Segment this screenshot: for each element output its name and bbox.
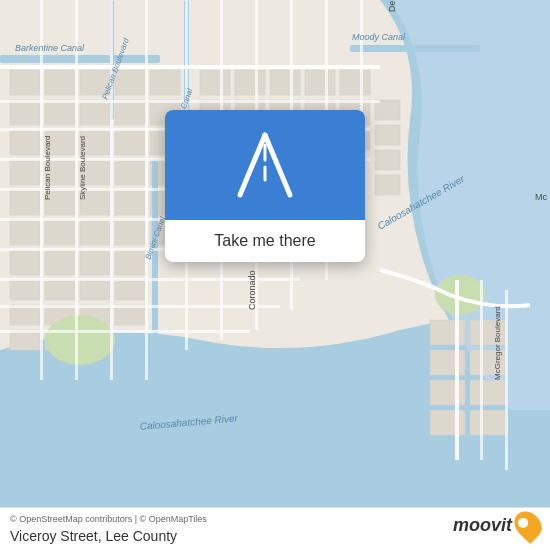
popup-button-area: Take me there <box>165 220 365 262</box>
svg-rect-71 <box>470 410 505 435</box>
svg-rect-43 <box>340 70 370 95</box>
svg-rect-87 <box>375 175 400 195</box>
svg-rect-74 <box>80 280 110 300</box>
svg-rect-106 <box>145 0 148 380</box>
svg-text:Del P: Del P <box>387 0 397 12</box>
svg-text:McGregor Boulevard: McGregor Boulevard <box>493 306 502 380</box>
svg-rect-25 <box>10 190 40 215</box>
svg-rect-39 <box>200 70 230 95</box>
svg-rect-75 <box>115 280 145 300</box>
svg-rect-68 <box>430 380 465 405</box>
svg-rect-115 <box>505 290 508 470</box>
svg-rect-85 <box>375 125 400 145</box>
svg-rect-37 <box>80 250 110 275</box>
svg-text:Moody Canal: Moody Canal <box>352 32 406 42</box>
svg-text:Pelican Boulevard: Pelican Boulevard <box>43 136 52 200</box>
svg-rect-31 <box>45 220 75 245</box>
svg-rect-8 <box>115 70 145 95</box>
svg-rect-64 <box>430 320 465 345</box>
svg-text:Mc: Mc <box>535 192 547 202</box>
svg-rect-114 <box>480 280 483 460</box>
svg-rect-20 <box>10 160 40 185</box>
svg-line-129 <box>240 135 265 195</box>
moovit-logo: moovit <box>453 510 540 540</box>
svg-rect-5 <box>10 70 40 95</box>
svg-rect-13 <box>115 100 145 125</box>
svg-rect-10 <box>10 100 40 125</box>
map-svg: Barkentine Canal Moody Canal Lotus Canal… <box>0 0 550 550</box>
svg-rect-9 <box>150 70 180 95</box>
svg-rect-23 <box>115 160 145 185</box>
svg-text:Barkentine Canal: Barkentine Canal <box>15 43 85 53</box>
svg-rect-12 <box>80 100 110 125</box>
svg-rect-30 <box>10 220 40 245</box>
svg-rect-15 <box>10 130 40 155</box>
road-icon <box>225 125 305 205</box>
svg-rect-72 <box>10 280 40 300</box>
svg-rect-105 <box>110 0 113 380</box>
moovit-text: moovit <box>453 515 512 536</box>
svg-rect-4 <box>350 45 480 52</box>
svg-rect-33 <box>115 220 145 245</box>
svg-rect-6 <box>45 70 75 95</box>
svg-rect-3 <box>0 55 160 63</box>
svg-rect-70 <box>430 410 465 435</box>
svg-rect-40 <box>235 70 265 95</box>
svg-rect-11 <box>45 100 75 125</box>
svg-text:Skyline Boulevard: Skyline Boulevard <box>78 136 87 200</box>
popup-card: Take me there <box>165 110 365 262</box>
svg-line-130 <box>265 135 290 195</box>
popup-header <box>165 110 365 220</box>
svg-rect-38 <box>115 250 145 275</box>
svg-rect-69 <box>470 380 505 405</box>
moovit-pin-icon <box>509 506 547 544</box>
svg-rect-18 <box>115 130 145 155</box>
take-me-there-button[interactable]: Take me there <box>214 232 315 250</box>
svg-rect-66 <box>430 350 465 375</box>
svg-rect-93 <box>0 65 380 69</box>
svg-text:Coronado: Coronado <box>247 270 257 310</box>
svg-rect-41 <box>270 70 300 95</box>
map-container: Barkentine Canal Moody Canal Lotus Canal… <box>0 0 550 550</box>
svg-rect-42 <box>305 70 335 95</box>
svg-rect-113 <box>455 280 459 460</box>
svg-rect-35 <box>10 250 40 275</box>
location-name: Viceroy Street, Lee County <box>10 528 177 544</box>
svg-rect-36 <box>45 250 75 275</box>
bottom-bar: © OpenStreetMap contributors | © OpenMap… <box>0 507 550 550</box>
svg-point-91 <box>45 315 115 365</box>
svg-point-92 <box>435 275 485 315</box>
svg-rect-32 <box>80 220 110 245</box>
svg-rect-86 <box>375 150 400 170</box>
svg-rect-28 <box>115 190 145 215</box>
svg-rect-102 <box>0 330 250 333</box>
svg-rect-73 <box>45 280 75 300</box>
